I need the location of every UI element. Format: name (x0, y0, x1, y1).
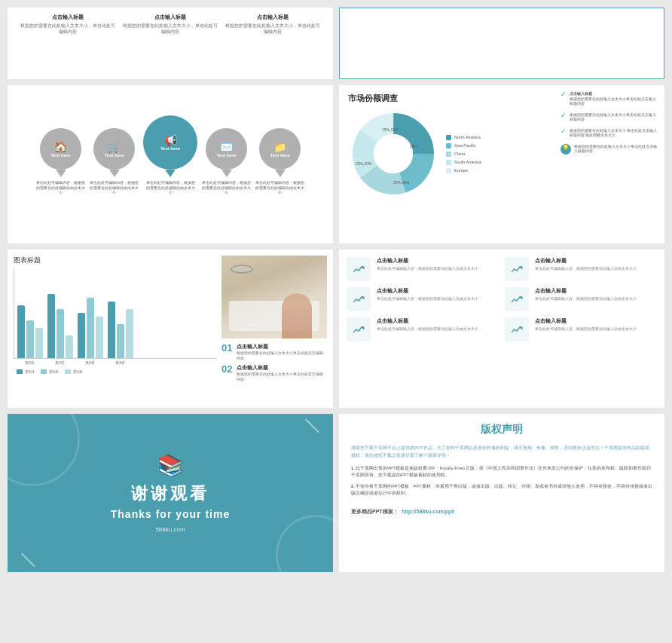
bar-2-1 (47, 294, 55, 358)
hand-visual (282, 293, 312, 338)
bar-group-1 (17, 305, 43, 358)
chart-up-icon-2 (510, 262, 524, 276)
card-body-2: 单击此处可编辑输入容，根据您的需要在此输入自由文本大小 (535, 266, 637, 271)
thank-cn-text: 谢谢观看 (131, 482, 209, 505)
svg-point-6 (374, 134, 413, 173)
slide-pie-chart: 市场份额调查 15%,15% 25% 20% (339, 85, 664, 243)
col1-title: 点击输入标题 (20, 14, 116, 21)
swatch-1 (17, 369, 23, 374)
card-text-5: 点击输入标题 单击此处可编辑输入容，根据您的需要在此输入自由文本大小 (377, 317, 478, 332)
check-item-3: ✓ 根据您的需要在此处输入文本大小 单击此处点击输入标题内容 拖拉调整文本大小 (561, 128, 658, 138)
bubble-label-1: Text here (50, 153, 70, 158)
step-1: 01 点击输入标题 根据您的需要在此处输入文本大小单击此处交互编辑内容。 (221, 343, 327, 360)
step-title-2: 点击输入标题 (237, 364, 327, 372)
icon-box-1 (347, 257, 371, 281)
icon-box-4 (505, 287, 529, 311)
card-body-4: 单击此处可编辑输入容，根据您的需要在此输入自由文本大小 (535, 296, 637, 302)
slide-bar-chart: 图表标题 (8, 250, 333, 408)
step-content-2: 点击输入标题 根据您的需要在此处输入文本大小单击此处交互编辑内容。 (237, 364, 327, 381)
legend-label-1: North America (454, 133, 481, 142)
bubble-text-3: 单击此处可编辑内容，根据您的需要在此处编辑自由文本大小 (146, 180, 195, 195)
card-body-3: 单击此处可编辑输入容，根据您的需要在此输入自由文本大小 (377, 296, 478, 302)
bar-group-3 (78, 298, 103, 358)
col1-body: 根据您的需要在此处输入文本大小，单击此处可编辑内容 (20, 23, 116, 35)
chart-up-icon-6 (510, 323, 524, 336)
chart-title: 图表标题 (14, 256, 217, 265)
bar-3-3 (96, 317, 103, 358)
step-num-1: 01 (221, 343, 232, 353)
card-body-6: 单击此处可编辑输入容，根据您的需要在此输入自由文本大小 (535, 326, 637, 332)
check-item-1: ✓ 点击输入标题 根据您的需要在此处输入文本大小单击此处点击输入标题内容 (561, 91, 658, 106)
icon-box-2 (505, 257, 529, 281)
x-label-2: 系列2 (47, 360, 72, 365)
card-title-1: 点击输入标题 (377, 257, 478, 265)
bar-x-labels: 系列1 系列2 系列3 系列4 (14, 360, 217, 365)
bar-3-2 (87, 298, 94, 358)
chart-legend-1: 系列1 (17, 369, 35, 374)
bar-group-2 (47, 294, 73, 358)
check-text-1: 点击输入标题 根据您的需要在此处输入文本大小单击此处点击输入标题内容 (570, 91, 658, 106)
icon-card-2: 点击输入标题 单击此处可编辑输入容，根据您的需要在此输入自由文本大小 (505, 257, 657, 281)
chart-legend: 系列1 系列2 系列3 (14, 369, 217, 374)
book-icon: 📚 (157, 453, 184, 478)
slide-text-columns: 点击输入标题 根据您的需要在此处输入文本大小，单击此处可编辑内容 点击输入标题 … (8, 8, 333, 79)
thank-subtitle: 588ku.com (155, 526, 185, 533)
card-title-6: 点击输入标题 (535, 317, 637, 325)
bubble-label-5: Text here (270, 153, 289, 158)
chart-legend-2: 系列2 (41, 369, 59, 374)
col3-title: 点击输入标题 (225, 14, 321, 21)
legend-dot-5 (446, 168, 451, 173)
cart-icon: 🛒 (108, 141, 121, 153)
icon-card-1: 点击输入标题 单击此处可编辑输入容，根据您的需要在此输入自由文本大小 (347, 257, 499, 281)
bubble-label-2: Text here (104, 153, 124, 158)
bubble-tail-1 (56, 170, 66, 177)
icon-box-5 (347, 317, 371, 341)
bar-group-4 (108, 302, 133, 358)
legend-label-5: Europe (454, 167, 468, 175)
copyright-title: 版权声明 (351, 423, 652, 436)
steps-text: 01 点击输入标题 根据您的需要在此处输入文本大小单击此处交互编辑内容。 02 … (221, 343, 327, 381)
bar-2-2 (57, 309, 64, 358)
check-items-panel: ✓ 点击输入标题 根据您的需要在此处输入文本大小单击此处点击输入标题内容 ✓ 根… (561, 91, 658, 155)
legend-text-3: 系列3 (73, 369, 83, 374)
icon-card-3: 点击输入标题 单击此处可编辑输入容，根据您的需要在此输入自由文本大小 (347, 287, 499, 311)
bar-chart: 系列1 系列2 系列3 系列4 (14, 268, 217, 366)
copyright-num-2: 2. (351, 484, 355, 488)
bubble-text-2: 单击此处可编辑内容，根据您的需要在此处编辑自由文本大小 (90, 180, 139, 195)
chart-up-icon-3 (352, 292, 365, 306)
legend-text-2: 系列2 (49, 369, 59, 374)
bar-4-2 (117, 324, 124, 358)
bubble-4: ✉️ Text here 单击此处可编辑内容，根据您的需要在此处编辑自由文本大小 (202, 128, 251, 195)
legend-dot-2 (446, 143, 451, 149)
slide-bubbles: 🏠 Text here 单击此处可编辑内容，根据您的需要在此处编辑自由文本大小 … (8, 85, 333, 243)
card-text-2: 点击输入标题 单击此处可编辑输入容，根据您的需要在此输入自由文本大小 (535, 257, 637, 271)
bar-1-2 (26, 320, 34, 358)
icon-card-6: 点击输入标题 单击此处可编辑输入容，根据您的需要在此输入自由文本大小 (505, 317, 657, 341)
legend-dot-3 (446, 152, 451, 157)
card-body-1: 单击此处可编辑输入容，根据您的需要在此输入自由文本大小 (377, 266, 478, 271)
bubble-label-3: Text here (160, 146, 180, 151)
legend-item-5: Europe (446, 167, 481, 175)
card-text-1: 点击输入标题 单击此处可编辑输入容，根据您的需要在此输入自由文本大小 (377, 257, 478, 271)
x-label-3: 系列3 (77, 360, 102, 365)
bubble-5: 📁 Text here 单击此处可编辑内容，根据您的需要在此处编辑自由文本大小 (255, 128, 304, 195)
col3-body: 根据您的需要在此处输入文本大小，单击此处可编辑内容 (225, 23, 321, 35)
swatch-3 (65, 369, 71, 374)
slide-copyright: 版权声明 感谢您下载千库网平台上提供的PPT作品，为了您和千库网以及原创作者的利… (339, 414, 664, 572)
bubble-text-5: 单击此处可编辑内容，根据您的需要在此处编辑自由文本大小 (255, 180, 304, 195)
copyright-text-2: 不传许将千库网的PPT模板、PPT素材、本素用于再出版，或者出版、出版、转让、分… (351, 484, 652, 495)
svg-text:20%,20%: 20%,20% (356, 161, 372, 166)
deco-line-bottom (21, 553, 35, 567)
pie-legend: North America Asia Pacific China South A… (446, 133, 481, 175)
legend-item-1: North America (446, 133, 481, 142)
chart-up-icon-5 (352, 323, 365, 336)
card-title-5: 点击输入标题 (377, 317, 478, 325)
check-text-3: 根据您的需要在此处输入文本大小 单击此处点击输入标题内容 拖拉调整文本大小 (570, 128, 658, 138)
icon-box-3 (347, 287, 371, 311)
bubble-circle-3: 📢 Text here (143, 115, 197, 170)
icon-card-4: 点击输入标题 单击此处可编辑输入容，根据您的需要在此输入自由文本大小 (505, 287, 657, 311)
copyright-link-label: 更多精品PPT模板： (351, 509, 399, 514)
bulb-text: 根据您的需要在此处输入文本大小单击此处点击输入标题内容。 (574, 144, 658, 154)
bubble-tail-2 (109, 170, 120, 177)
slide-empty-bordered (339, 8, 664, 79)
